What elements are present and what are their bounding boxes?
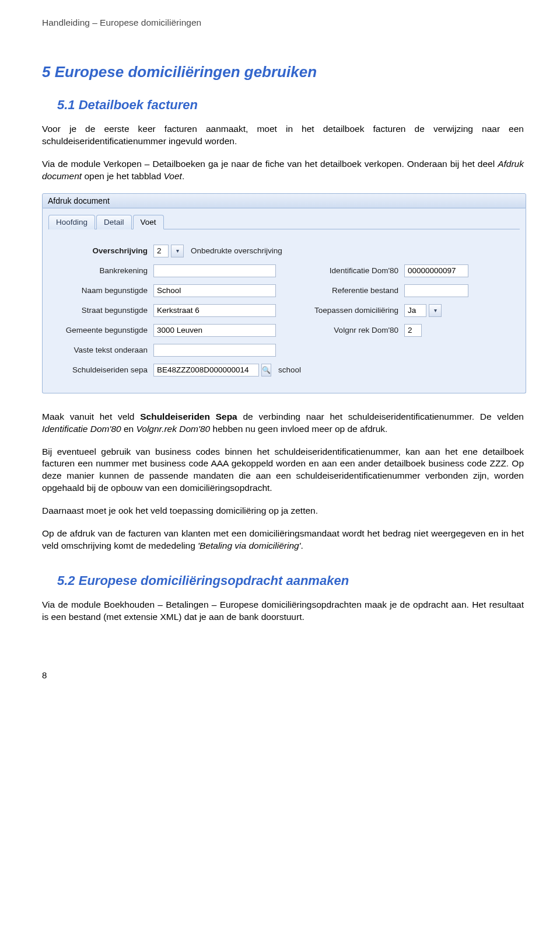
identificatie-input[interactable] — [404, 264, 468, 277]
naam-begunstigde-input[interactable] — [153, 284, 276, 297]
intro-paragraph-2: Via de module Verkopen – Detailboeken ga… — [42, 158, 524, 183]
h2b-number: 5.2 — [57, 573, 75, 588]
straat-begunstigde-input[interactable] — [153, 304, 276, 317]
label-bankrekening: Bankrekening — [54, 266, 153, 275]
label-overschrijving: Overschrijving — [54, 246, 153, 255]
schuldeiser-sepa-input[interactable] — [153, 364, 259, 377]
volgnr-input[interactable] — [404, 324, 422, 337]
intro-paragraph-1: Voor je de eerste keer facturen aanmaakt… — [42, 123, 524, 148]
tab-detail[interactable]: Detail — [96, 215, 132, 229]
page-number: 8 — [42, 670, 47, 680]
label-toepassen-domiciliering: Toepassen domiciliëring — [293, 306, 404, 315]
row-schuldeiser-sepa: Schuldeiseriden sepa 🔍 school — [54, 360, 514, 380]
row-naam-begunstigde: Naam begunstigde Referentie bestand — [54, 281, 514, 301]
schuldeiser-lookup-text: school — [274, 365, 301, 374]
referentie-bestand-input[interactable] — [404, 284, 468, 297]
label-gemeente-begunstigde: Gemeente begunstigde — [54, 326, 153, 334]
h1-text: Europese domiciliëringen gebruiken — [55, 63, 317, 81]
h2a-text: Detailboek facturen — [79, 97, 198, 112]
paragraph-schuldeiser-link: Maak vanuit het veld Schuldeiseriden Sep… — [42, 411, 524, 435]
row-straat-begunstigde: Straat begunstigde Toepassen domiciliëri… — [54, 301, 514, 320]
label-referentie-bestand: Referentie bestand — [293, 286, 404, 295]
row-bankrekening: Bankrekening Identificatie Dom'80 — [54, 261, 514, 281]
heading-1: 5 Europese domiciliëringen gebruiken — [42, 63, 524, 81]
chevron-down-icon: ▾ — [176, 248, 179, 254]
label-vaste-tekst: Vaste tekst onderaan — [54, 346, 153, 354]
tab-hoofding[interactable]: Hoofding — [48, 215, 95, 229]
label-schuldeiser-sepa: Schuldeiseriden sepa — [54, 365, 153, 374]
afdruk-document-panel: Afdruk document Hoofding Detail Voet Ove… — [42, 193, 524, 393]
paragraph-52: Via de module Boekhouden – Betalingen – … — [42, 599, 524, 623]
form-area: Overschrijving ▾ Onbedrukte overschrijvi… — [48, 239, 520, 382]
label-straat-begunstigde: Straat begunstigde — [54, 306, 153, 315]
chevron-down-icon: ▾ — [434, 307, 437, 313]
document-header: Handleiding – Europese domiciliëringen — [42, 18, 524, 28]
row-gemeente-begunstigde: Gemeente begunstigde Volgnr rek Dom'80 — [54, 320, 514, 340]
h1-number: 5 — [42, 63, 50, 81]
label-volgnr: Volgnr rek Dom'80 — [293, 326, 404, 334]
paragraph-business-codes: Bij eventueel gebruik van business codes… — [42, 446, 524, 495]
h2b-text: Europese domiciliëringsopdracht aanmaken — [79, 573, 349, 588]
row-vaste-tekst: Vaste tekst onderaan — [54, 340, 514, 360]
overschrijving-dropdown-button[interactable]: ▾ — [171, 245, 184, 257]
tabs: Hoofding Detail Voet — [48, 214, 520, 229]
bankrekening-input[interactable] — [153, 264, 276, 277]
panel-title: Afdruk document — [48, 196, 110, 205]
paragraph-toepassing-ja: Daarnaast moet je ook het veld toepassin… — [42, 505, 524, 517]
toepassen-input[interactable] — [404, 304, 426, 317]
panel-body: Hoofding Detail Voet Overschrijving ▾ On… — [42, 208, 526, 393]
heading-2-opdracht: 5.2 Europese domiciliëringsopdracht aanm… — [57, 573, 524, 588]
label-naam-begunstigde: Naam begunstigde — [54, 286, 153, 295]
h2a-number: 5.1 — [57, 97, 75, 112]
schuldeiser-lookup-button[interactable]: 🔍 — [261, 364, 271, 377]
heading-2-detailboek: 5.1 Detailboek facturen — [57, 97, 524, 113]
vaste-tekst-input[interactable] — [153, 344, 276, 357]
overschrijving-input[interactable] — [153, 245, 169, 257]
search-icon: 🔍 — [262, 366, 271, 374]
label-identificatie: Identificatie Dom'80 — [293, 266, 404, 275]
tab-voet[interactable]: Voet — [133, 215, 164, 229]
overschrijving-description: Onbedrukte overschrijving — [186, 246, 282, 255]
toepassen-dropdown-button[interactable]: ▾ — [429, 304, 442, 317]
row-overschrijving: Overschrijving ▾ Onbedrukte overschrijvi… — [54, 241, 514, 261]
gemeente-begunstigde-input[interactable] — [153, 324, 276, 337]
panel-title-bar: Afdruk document — [42, 193, 526, 208]
paragraph-afdruk-betaling: Op de afdruk van de facturen van klanten… — [42, 528, 524, 552]
